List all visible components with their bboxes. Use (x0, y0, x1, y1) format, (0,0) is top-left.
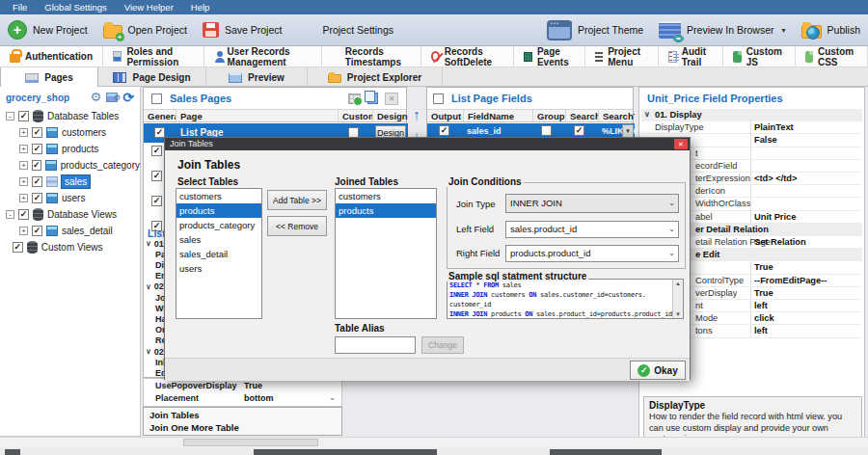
row-generate-checkbox[interactable]: ✓ (151, 146, 162, 156)
toolbar-button-custom-css[interactable]: Custom CSS (796, 46, 868, 67)
table-option-customers[interactable]: customers (176, 189, 261, 203)
tree-checkbox[interactable]: ✓ (18, 209, 29, 220)
table-option-products-category[interactable]: products_category (176, 218, 261, 232)
gear-icon[interactable]: ⚙ (91, 91, 102, 104)
tree-checkbox[interactable]: ✓ (32, 127, 42, 138)
column-header-page[interactable]: Page (176, 110, 339, 121)
toolbar-button-project-menu[interactable]: Project Menu (585, 46, 659, 67)
row-generate-checkbox[interactable]: ✓ (151, 171, 162, 181)
expand-icon[interactable]: + (19, 128, 28, 137)
toolbar-button-records-timestamps[interactable]: Records Timestamps (322, 46, 421, 67)
dialog-titlebar[interactable]: Join Tables ✕ (165, 138, 690, 150)
expand-icon[interactable]: + (19, 194, 28, 202)
tree-item-users[interactable]: +✓users (0, 190, 140, 206)
tree-checkbox[interactable]: ✓ (32, 160, 41, 171)
table-alias-input[interactable] (335, 336, 416, 354)
okay-button[interactable]: ✓ Okay (630, 361, 686, 380)
column-header-fieldname[interactable]: FieldName (464, 110, 533, 121)
tree-item-custom-views[interactable]: ✓Custom Views (0, 239, 140, 255)
table-option-products[interactable]: products (176, 203, 261, 218)
tree-item-sales[interactable]: +✓sales (0, 174, 140, 190)
expand-icon[interactable]: - (6, 112, 14, 120)
column-header-output[interactable]: Output (427, 110, 464, 121)
join-type-select[interactable]: INNER JOIN⌄ (505, 194, 679, 213)
column-header-generat[interactable]: Generat (144, 110, 176, 121)
collapse-arrow-icon[interactable]: ∨ (644, 110, 650, 119)
search-checkbox[interactable]: ✓ (574, 125, 584, 136)
toolbar-button-user-records[interactable]: User Records Management (204, 46, 322, 67)
tree-item-sales-detail[interactable]: +✓sales_detail (0, 223, 140, 239)
expand-icon[interactable]: + (19, 177, 28, 186)
join-one-more-table-link[interactable]: Join One More Table (144, 420, 341, 433)
tree-item-customers[interactable]: +✓customers (0, 124, 140, 141)
output-checkbox[interactable]: ✓ (439, 125, 449, 136)
toolbar-button-open-project[interactable]: Open Project (103, 21, 187, 39)
table-option-sales[interactable]: sales (176, 232, 261, 247)
add-table-icon[interactable] (348, 94, 361, 104)
remove-table-button[interactable]: << Remove (267, 216, 327, 236)
toolbar-button-preview-in-browser[interactable]: Preview In Browser▾ (659, 21, 785, 39)
expand-icon[interactable]: + (19, 227, 28, 235)
right-field-select[interactable]: products.product_id⌄ (505, 245, 679, 262)
tree-checkbox[interactable]: ✓ (32, 193, 42, 203)
table-option-sales-detail[interactable]: sales_detail (176, 247, 261, 261)
expand-icon[interactable]: - (6, 210, 14, 219)
scrollbar-thumb[interactable] (183, 439, 318, 446)
tree-item-products[interactable]: +✓products (0, 141, 140, 157)
column-header-group[interactable]: Group (533, 110, 566, 121)
toolbar-button-roles-permission[interactable]: Roles and Permission (103, 46, 204, 67)
expand-icon[interactable]: + (19, 161, 28, 170)
sample-sql-box[interactable]: SELECT * FROM salesINNER JOIN customers … (447, 279, 684, 319)
column-header-design[interactable]: Design (373, 110, 408, 121)
toolbar-button-publish[interactable]: Publish (801, 21, 860, 39)
chevron-down-icon[interactable]: ⌄ (329, 393, 336, 402)
tree-checkbox[interactable]: ✓ (32, 176, 42, 187)
joined-tables-list[interactable]: customersproducts (335, 188, 437, 319)
collapse-arrow-icon[interactable]: ∨ (146, 347, 151, 356)
tree-item-database-views[interactable]: -✓Database Views (0, 206, 140, 223)
expand-icon[interactable]: + (19, 145, 28, 153)
column-header-custom[interactable]: Custom (339, 110, 373, 121)
tab-pages[interactable]: Pages (0, 67, 98, 88)
copy-icon[interactable] (367, 93, 378, 104)
toolbar-button-project-settings[interactable]: Project Settings (297, 20, 393, 40)
select-all-checkbox[interactable] (151, 94, 162, 104)
add-table-button[interactable]: Add Table >> (267, 190, 327, 210)
table-settings-icon[interactable] (106, 93, 118, 102)
sql-vertical-scrollbar[interactable]: ▲ ▼ (672, 280, 683, 318)
select-all-fields-checkbox[interactable] (433, 94, 444, 104)
property-row[interactable]: ∨01. Display (641, 109, 862, 121)
menu-help[interactable]: Help (182, 0, 219, 14)
column-header-searchtype[interactable]: SearchType (599, 110, 635, 121)
refresh-icon[interactable]: ⟳ (122, 91, 134, 104)
tab-project-explorer[interactable]: Project Explorer (308, 67, 443, 87)
tab-preview[interactable]: Preview (206, 67, 308, 87)
toolbar-button-save-project[interactable]: Save Project (203, 22, 283, 38)
horizontal-scrollbar[interactable] (0, 437, 868, 447)
toolbar-button-new-project[interactable]: New Project (8, 20, 88, 40)
collapse-arrow-icon[interactable]: ∨ (146, 282, 151, 291)
tab-page-design[interactable]: Page Design (98, 67, 206, 87)
menu-file[interactable]: File (4, 0, 36, 14)
change-button[interactable]: Change (421, 336, 464, 354)
search-type-dropdown-icon[interactable]: ▼ (622, 124, 634, 138)
tree-checkbox[interactable]: ✓ (18, 111, 29, 121)
select-tables-list[interactable]: customersproductsproducts_categorysaless… (176, 188, 262, 319)
property-row[interactable]: Placement bottom ⌄ (144, 393, 341, 406)
close-icon[interactable]: ✕ (674, 139, 688, 149)
toolbar-button-audit-trail[interactable]: Audit Trail (659, 46, 722, 67)
table-option-customers[interactable]: customers (336, 189, 436, 203)
left-field-select[interactable]: sales.product_id⌄ (505, 221, 679, 238)
scroll-up-icon[interactable]: ▲ (673, 281, 683, 286)
tree-item-products-category[interactable]: +✓products_category (0, 157, 140, 174)
move-up-icon[interactable]: ↑ (409, 106, 424, 122)
tree-item-database-tables[interactable]: -✓Database Tables (0, 108, 140, 124)
join-tables-link[interactable]: Join Tables (144, 408, 341, 420)
group-checkbox[interactable] (541, 125, 552, 136)
collapse-arrow-icon[interactable]: ∨ (146, 239, 151, 248)
scroll-down-icon[interactable]: ▼ (673, 311, 683, 317)
menu-view-helper[interactable]: View Helper (116, 0, 182, 14)
toolbar-button-custom-js[interactable]: Custom JS (723, 46, 796, 67)
table-option-products[interactable]: products (336, 203, 436, 218)
table-option-users[interactable]: users (176, 261, 261, 276)
